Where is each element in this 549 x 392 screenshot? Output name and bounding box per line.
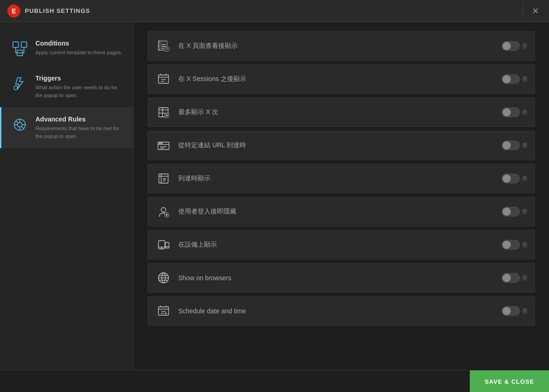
triggers-description: What action the user needs to do for the… — [35, 84, 124, 99]
rule-row-show-after-x-pages: 在 X 頁面查看後顯示 否 — [147, 31, 535, 61]
conditions-text: Conditions Apply current template to the… — [35, 40, 122, 57]
advanced-rules-label: Advanced Rules — [35, 115, 124, 123]
toggle-wrap-show-after-x-sessions[interactable]: 否 — [502, 74, 527, 84]
rule-icon-hide-after-login — [155, 203, 172, 220]
sidebar-item-advanced-rules[interactable]: Advanced Rules Requirements that have to… — [0, 107, 133, 148]
toggle-label-show-after-x-sessions: 否 — [522, 75, 527, 83]
rule-label-show-after-x-sessions: 在 X Sessions 之後顯示 — [178, 75, 495, 83]
toggle-label-show-on-arrival: 否 — [522, 175, 527, 183]
rule-icon-show-max-x-times — [155, 104, 172, 121]
toggle-wrap-show-on-device[interactable]: 否 — [502, 240, 527, 250]
svg-rect-1 — [21, 42, 27, 47]
toggle-wrap-show-after-x-pages[interactable]: 否 — [502, 41, 527, 51]
rule-row-show-on-arrival: 到達時顯示 否 — [147, 164, 535, 193]
toggle-show-on-browsers[interactable] — [502, 273, 520, 283]
toggle-wrap-schedule-date-time[interactable]: 否 — [502, 306, 527, 316]
rule-icon-show-on-arrival — [155, 170, 172, 187]
toggle-wrap-show-from-url[interactable]: 否 — [502, 140, 527, 150]
toggle-schedule-date-time[interactable] — [502, 306, 520, 316]
header-left: E PUBLISH SETTINGS — [7, 5, 90, 17]
sidebar: Conditions Apply current template to the… — [0, 22, 134, 392]
conditions-label: Conditions — [35, 40, 122, 47]
svg-rect-62 — [158, 307, 169, 315]
svg-point-7 — [14, 86, 18, 90]
rule-label-show-max-x-times: 最多顯示 X 次 — [178, 108, 495, 116]
svg-line-15 — [22, 127, 24, 129]
advanced-rules-text: Advanced Rules Requirements that have to… — [35, 115, 124, 140]
elementor-logo: E — [7, 5, 20, 17]
toggle-label-show-on-browsers: 否 — [522, 274, 527, 282]
rule-label-schedule-date-time: Schedule date and time — [178, 307, 495, 315]
svg-rect-24 — [158, 75, 169, 83]
save-close-button[interactable]: SAVE & CLOSE — [470, 370, 549, 392]
toggle-show-max-x-times[interactable] — [502, 107, 520, 117]
close-button[interactable]: ✕ — [529, 5, 542, 17]
toggle-wrap-show-on-arrival[interactable]: 否 — [502, 173, 527, 184]
advanced-rules-icon — [11, 115, 29, 134]
toggle-label-hide-after-login: 否 — [522, 208, 527, 216]
triggers-icon — [11, 75, 29, 93]
rule-row-show-on-browsers: Show on browsers 否 — [147, 263, 535, 293]
svg-point-55 — [161, 248, 162, 249]
rule-row-show-max-x-times: 最多顯示 X 次 否 — [147, 98, 535, 127]
toggle-show-after-x-sessions[interactable] — [502, 74, 520, 84]
toggle-show-on-arrival[interactable] — [502, 173, 520, 184]
triggers-text: Triggers What action the user needs to d… — [35, 75, 124, 99]
toggle-label-show-after-x-pages: 否 — [522, 42, 527, 50]
advanced-rules-description: Requirements that have to be met for the… — [35, 125, 124, 140]
rule-label-show-on-browsers: Show on browsers — [178, 274, 495, 282]
rule-label-show-after-x-pages: 在 X 頁面查看後顯示 — [178, 42, 495, 50]
toggle-show-from-url[interactable] — [502, 140, 520, 150]
rule-icon-show-from-url — [155, 137, 172, 154]
rule-icon-show-on-browsers — [155, 270, 172, 286]
rule-label-show-on-arrival: 到達時顯示 — [178, 174, 495, 183]
toggle-label-schedule-date-time: 否 — [522, 307, 527, 315]
rule-icon-show-after-x-sessions — [155, 71, 172, 87]
svg-point-49 — [161, 208, 166, 212]
conditions-description: Apply current template to these pages. — [35, 49, 122, 57]
rule-label-show-from-url: 從特定連結 URL 到達時 — [178, 141, 495, 150]
toggle-label-show-max-x-times: 否 — [522, 109, 527, 116]
toggle-show-on-device[interactable] — [502, 240, 520, 250]
rule-label-hide-after-login: 使用者登入後即隱藏 — [178, 208, 495, 216]
footer: SAVE & CLOSE — [0, 370, 549, 392]
main-content: 在 X 頁面查看後顯示 否 在 X Sessions 之後顯示 — [134, 22, 549, 392]
toggle-wrap-show-on-browsers[interactable]: 否 — [502, 273, 527, 283]
toggle-hide-after-login[interactable] — [502, 207, 520, 217]
rule-row-hide-after-login: 使用者登入後即隱藏 否 — [147, 197, 535, 226]
body: Conditions Apply current template to the… — [0, 22, 549, 392]
svg-point-40 — [161, 143, 162, 144]
rule-row-schedule-date-time: Schedule date and time 否 — [147, 296, 535, 326]
header-title: PUBLISH SETTINGS — [25, 7, 90, 14]
rule-row-show-after-x-sessions: 在 X Sessions 之後顯示 否 — [147, 64, 535, 94]
triggers-label: Triggers — [35, 75, 124, 82]
rule-icon-show-after-x-pages — [155, 38, 172, 54]
toggle-label-show-on-device: 否 — [522, 241, 527, 249]
svg-point-39 — [159, 143, 160, 144]
header: E PUBLISH SETTINGS ✕ — [0, 0, 549, 22]
svg-line-14 — [16, 121, 18, 123]
logo-letter: E — [12, 7, 16, 15]
toggle-wrap-hide-after-login[interactable]: 否 — [502, 207, 527, 217]
toggle-label-show-from-url: 否 — [522, 142, 527, 150]
rule-label-show-on-device: 在設備上顯示 — [178, 241, 495, 249]
header-right: ✕ — [517, 4, 542, 18]
rule-row-show-on-device: 在設備上顯示 否 — [147, 230, 535, 259]
header-divider — [523, 4, 523, 18]
rule-icon-show-on-device — [155, 236, 172, 253]
rule-row-show-from-url: 從特定連結 URL 到達時 否 — [147, 131, 535, 160]
svg-rect-56 — [165, 242, 169, 248]
sidebar-item-conditions[interactable]: Conditions Apply current template to the… — [0, 31, 133, 66]
conditions-icon — [11, 40, 29, 58]
toggle-wrap-show-max-x-times[interactable]: 否 — [502, 107, 527, 117]
rule-icon-schedule-date-time — [155, 303, 172, 319]
sidebar-item-triggers[interactable]: Triggers What action the user needs to d… — [0, 66, 133, 107]
toggle-show-after-x-pages[interactable] — [502, 41, 520, 51]
svg-rect-0 — [13, 42, 18, 47]
